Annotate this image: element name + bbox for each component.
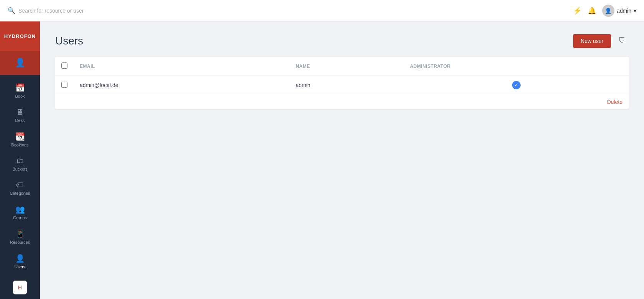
select-all-checkbox[interactable] [61, 62, 67, 69]
search-icon: 🔍 [8, 7, 15, 14]
filter-button[interactable]: ⛉ [616, 34, 629, 48]
bolt-icon[interactable]: ⚡ [573, 7, 582, 15]
user-menu[interactable]: 👤 admin ▾ [602, 5, 636, 17]
avatar-icon: 👤 [605, 8, 611, 14]
sidebar-nav: 📅 Book 🖥 Desk 📆 Bookings 🗂 Buckets 🏷 Cat… [0, 75, 40, 276]
row-checkbox-col [55, 76, 74, 95]
table-header: EMAIL NAME ADMINISTRATOR [55, 57, 629, 76]
row-checkbox[interactable] [61, 82, 67, 88]
table-body: admin@local.de admin ✓ [55, 76, 629, 95]
sidebar-bottom: H [0, 276, 40, 299]
sidebar-active-user-icon: 👤 [0, 51, 40, 75]
desk-icon: 🖥 [16, 108, 24, 117]
chevron-down-icon: ▾ [634, 8, 636, 14]
categories-icon: 🏷 [16, 181, 24, 189]
topbar-right: ⚡ 🔔 👤 admin ▾ [573, 5, 636, 17]
users-table: EMAIL NAME ADMINISTRATOR admin@local.de … [55, 57, 629, 95]
resources-icon: 📱 [15, 229, 25, 238]
new-user-button[interactable]: New user [573, 34, 611, 48]
email-column-header: EMAIL [74, 57, 289, 76]
book-icon: 📅 [15, 83, 25, 92]
sidebar-logo[interactable]: HYDROFON [0, 21, 40, 51]
sidebar-item-resources[interactable]: 📱 Resources [0, 224, 40, 248]
select-all-col [55, 57, 74, 76]
admin-check-icon: ✓ [512, 81, 521, 89]
page-header-actions: New user ⛉ [573, 34, 629, 48]
filter-icon: ⛉ [619, 37, 626, 44]
sidebar-item-buckets[interactable]: 🗂 Buckets [0, 151, 40, 175]
sidebar-item-users[interactable]: 👤 Users [0, 248, 40, 273]
page-header: Users New user ⛉ [55, 34, 629, 48]
bookings-icon: 📆 [15, 132, 25, 141]
search-container: 🔍 [8, 7, 573, 14]
logo-mark: H [18, 284, 22, 291]
bell-icon[interactable]: 🔔 [588, 7, 596, 15]
sidebar-item-bookings[interactable]: 📆 Bookings [0, 127, 40, 151]
person-icon: 👤 [15, 58, 25, 68]
user-email: admin@local.de [74, 76, 289, 95]
username-label: admin [617, 8, 631, 14]
sidebar: HYDROFON 👤 📅 Book 🖥 Desk 📆 Bookings 🗂 Bu… [0, 21, 40, 299]
admin-status-col: ✓ [404, 76, 629, 95]
avatar: 👤 [602, 5, 614, 17]
page-title: Users [55, 35, 83, 47]
sidebar-item-groups[interactable]: 👥 Groups [0, 199, 40, 224]
sidebar-item-desk[interactable]: 🖥 Desk [0, 102, 40, 127]
admin-column-header: ADMINISTRATOR [404, 57, 629, 76]
sidebar-item-book[interactable]: 📅 Book [0, 78, 40, 102]
hydrofon-logo-icon[interactable]: H [13, 281, 27, 294]
users-table-container: EMAIL NAME ADMINISTRATOR admin@local.de … [55, 57, 629, 109]
users-icon: 👤 [15, 254, 25, 263]
groups-icon: 👥 [15, 205, 25, 214]
checkmark-icon: ✓ [514, 82, 518, 88]
buckets-icon: 🗂 [16, 156, 24, 165]
search-input[interactable] [18, 8, 133, 14]
user-name: admin [289, 76, 404, 95]
table-footer: Delete [55, 95, 629, 109]
delete-button[interactable]: Delete [607, 99, 623, 105]
layout: HYDROFON 👤 📅 Book 🖥 Desk 📆 Bookings 🗂 Bu… [0, 21, 644, 299]
table-row: admin@local.de admin ✓ [55, 76, 629, 95]
main-content: Users New user ⛉ EMAIL NAME ADMINIS [40, 21, 644, 299]
topbar: 🔍 ⚡ 🔔 👤 admin ▾ [0, 0, 644, 21]
sidebar-item-categories[interactable]: 🏷 Categories [0, 175, 40, 199]
name-column-header: NAME [289, 57, 404, 76]
